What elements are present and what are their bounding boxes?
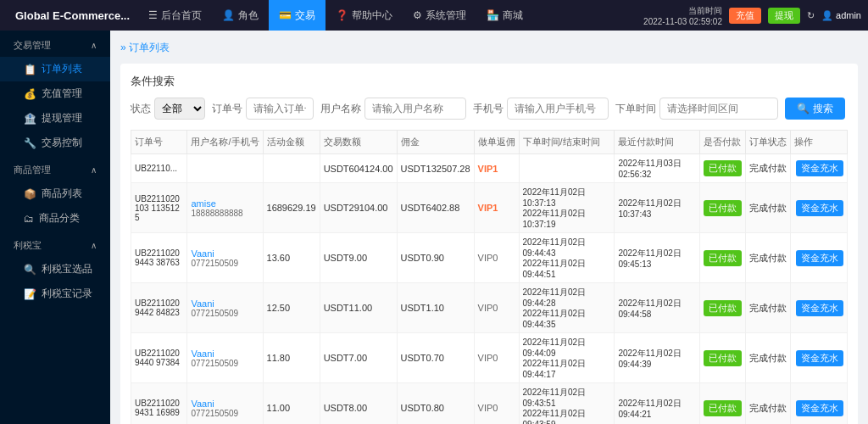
cell-rebate: VIP0 xyxy=(474,333,519,383)
refresh-icon[interactable]: ↻ xyxy=(807,10,815,21)
sidebar-item-order-list[interactable]: 📋 订单列表 xyxy=(0,57,110,81)
nav-system[interactable]: ⚙ 系统管理 xyxy=(403,0,476,31)
nav-dashboard[interactable]: ☰ 后台首页 xyxy=(138,0,212,31)
sidebar-group-lishuibao-title[interactable]: 利税宝 ∧ xyxy=(0,231,110,257)
shop-icon: 🏪 xyxy=(487,9,499,21)
sidebar-item-lishuibao-record[interactable]: 📝 利税宝记录 xyxy=(0,282,110,306)
time-value: 2022-11-03 02:59:02 xyxy=(643,17,722,26)
phone-field: 手机号 xyxy=(473,98,609,120)
time-field: 下单时间 xyxy=(615,98,778,120)
username-field: 用户名称 xyxy=(320,98,466,120)
help-icon: ❓ xyxy=(336,9,348,21)
refund-button[interactable]: 资金充水 xyxy=(796,200,843,216)
time-label: 当前时间 xyxy=(688,5,722,17)
cell-pay-time: 2022年11月02日 09:44:58 xyxy=(615,283,700,333)
cell-commission: USDT1.10 xyxy=(397,283,474,333)
charge-button[interactable]: 充值 xyxy=(729,8,761,24)
user-account[interactable]: 👤 admin xyxy=(821,10,861,21)
nav-trade-label: 交易 xyxy=(295,8,315,23)
cell-action: 资金充水 xyxy=(790,233,847,283)
category-icon: 🗂 xyxy=(24,213,34,225)
paid-button[interactable]: 已付款 xyxy=(704,250,742,266)
sidebar-group-goods: 商品管理 ∧ 📦 商品列表 🗂 商品分类 xyxy=(0,155,110,231)
search-button[interactable]: 🔍 搜索 xyxy=(785,98,845,120)
paid-button[interactable]: 已付款 xyxy=(704,300,742,316)
cell-commission: USDT0.80 xyxy=(397,383,474,425)
phone-input[interactable] xyxy=(507,98,609,120)
cell-commission: USDT0.90 xyxy=(397,233,474,283)
cell-amount: 11.80 xyxy=(263,333,320,383)
paid-button[interactable]: 已付款 xyxy=(704,200,742,216)
refund-button[interactable]: 资金充水 xyxy=(796,400,843,416)
cell-order-time: 2022年11月02日 09:44:432022年11月02日 09:44:51 xyxy=(519,233,615,283)
cell-status: 完成付款 xyxy=(745,333,790,383)
paid-button[interactable]: 已付款 xyxy=(704,160,742,176)
cell-trade-amount: USDT11.00 xyxy=(320,283,397,333)
nav-role-label: 角色 xyxy=(238,8,259,23)
cell-amount: 11.00 xyxy=(263,383,320,425)
recharge-icon: 💰 xyxy=(24,88,36,100)
refund-button[interactable]: 资金充水 xyxy=(796,250,843,266)
sidebar-item-withdraw[interactable]: 🏦 提现管理 xyxy=(0,106,110,131)
order-no-input[interactable] xyxy=(246,98,314,120)
refund-button[interactable]: 资金充水 xyxy=(796,350,843,366)
username-input[interactable] xyxy=(364,98,466,120)
phone-label: 手机号 xyxy=(473,102,504,116)
sidebar-group-goods-title[interactable]: 商品管理 ∧ xyxy=(0,155,110,181)
remind-button[interactable]: 提现 xyxy=(768,8,800,24)
sidebar-group-trade-title[interactable]: 交易管理 ∧ xyxy=(0,31,110,57)
dashboard-icon: ☰ xyxy=(148,9,158,21)
status-select[interactable]: 全部 待付款 已付款 已完成 xyxy=(154,98,205,120)
cell-pay-time: 2022年11月02日 10:37:43 xyxy=(615,183,700,233)
breadcrumb-current: 订单列表 xyxy=(129,42,170,53)
col-pay-time: 最近付款时间 xyxy=(615,131,700,154)
cell-order-id: UB22110209442 84823 xyxy=(131,283,187,333)
cell-trade-amount: USDT7.00 xyxy=(320,333,397,383)
nav-shop[interactable]: 🏪 商城 xyxy=(476,0,533,31)
sidebar-item-trade-control[interactable]: 🔧 交易控制 xyxy=(0,131,110,155)
sidebar-item-recharge[interactable]: 💰 充值管理 xyxy=(0,81,110,106)
cell-rebate: VIP0 xyxy=(474,283,519,333)
cell-amount: 1689629.19 xyxy=(263,183,320,233)
sidebar-item-lishuibao-select[interactable]: 🔍 利税宝选品 xyxy=(0,257,110,282)
cell-user: Vaani 0772150509 xyxy=(187,383,263,425)
paid-button[interactable]: 已付款 xyxy=(704,350,742,366)
cell-status: 完成付款 xyxy=(745,183,790,233)
table-header-row: 订单号 用户名称/手机号 活动金额 交易数额 佣金 做单返佣 下单时间/结束时间… xyxy=(131,131,848,154)
cell-pay-time: 2022年11月03日 02:56:32 xyxy=(615,154,700,183)
col-order-id: 订单号 xyxy=(131,131,187,154)
col-status: 订单状态 xyxy=(745,131,790,154)
table-row: UB22110... USDT604124.00 USDT132507.28 V… xyxy=(131,154,848,183)
paid-button[interactable]: 已付款 xyxy=(704,400,742,416)
select-icon: 🔍 xyxy=(24,264,36,276)
cell-rebate: VIP0 xyxy=(474,383,519,425)
breadcrumb: » 订单列表 xyxy=(120,41,858,55)
col-amount: 活动金额 xyxy=(263,131,320,154)
sidebar-item-goods-category[interactable]: 🗂 商品分类 xyxy=(0,206,110,231)
cell-paid: 已付款 xyxy=(699,183,745,233)
cell-order-id: UB2211020103 1135125 xyxy=(131,183,187,233)
nav-role[interactable]: 👤 角色 xyxy=(212,0,269,31)
col-order-time: 下单时间/结束时间 xyxy=(519,131,615,154)
cell-user: Vaani 0772150509 xyxy=(187,333,263,383)
refund-button[interactable]: 资金充水 xyxy=(796,300,843,316)
cell-rebate: VIP1 xyxy=(474,154,519,183)
user-phone: 0772150509 xyxy=(191,409,259,418)
cell-pay-time: 2022年11月02日 09:45:13 xyxy=(615,233,700,283)
cell-pay-time: 2022年11月02日 09:44:21 xyxy=(615,383,700,425)
cell-amount: 13.60 xyxy=(263,233,320,283)
sidebar-item-goods-list[interactable]: 📦 商品列表 xyxy=(0,181,110,206)
logo: Global E-Commerce... xyxy=(7,9,138,22)
cell-order-id: UB22110209431 16989 xyxy=(131,383,187,425)
cell-paid: 已付款 xyxy=(699,383,745,425)
nav-trade[interactable]: 💳 交易 xyxy=(269,0,326,31)
refund-button[interactable]: 资金充水 xyxy=(796,160,843,176)
time-input[interactable] xyxy=(659,98,778,120)
nav-help[interactable]: ❓ 帮助中心 xyxy=(326,0,403,31)
cell-paid: 已付款 xyxy=(699,154,745,183)
cell-trade-amount: USDT29104.00 xyxy=(320,183,397,233)
cell-amount xyxy=(263,154,320,183)
trade-icon: 💳 xyxy=(279,9,292,21)
cell-pay-time: 2022年11月02日 09:44:39 xyxy=(615,333,700,383)
status-field: 状态 全部 待付款 已付款 已完成 xyxy=(131,98,205,120)
